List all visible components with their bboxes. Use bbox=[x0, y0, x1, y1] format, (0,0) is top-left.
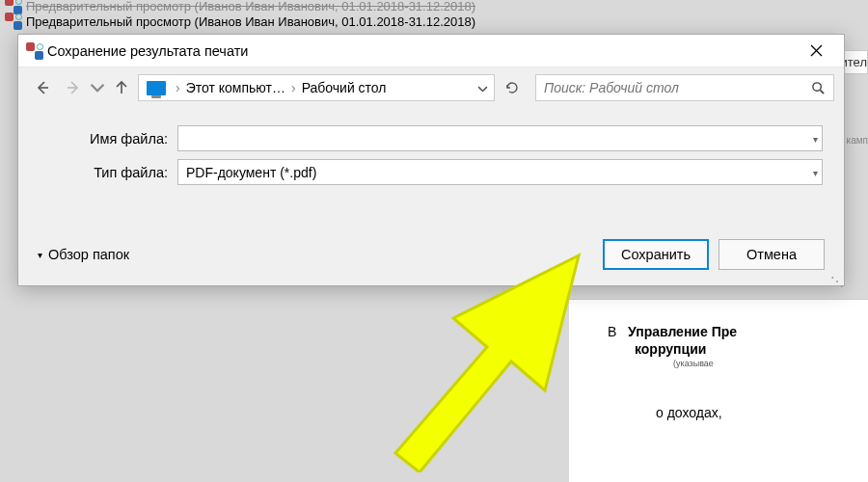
close-button[interactable] bbox=[796, 35, 836, 67]
doc-line-3: о доходах, bbox=[608, 405, 868, 420]
filename-label: Имя файла: bbox=[40, 131, 177, 147]
doc-prefix: В bbox=[608, 324, 616, 339]
app-icon bbox=[5, 13, 22, 30]
arrow-up-icon bbox=[114, 80, 129, 95]
browse-folders-toggle[interactable]: ▾ Обзор папок bbox=[38, 247, 129, 262]
preview-gray-bg bbox=[0, 299, 569, 482]
filename-input[interactable]: ▾ bbox=[177, 125, 823, 151]
svg-point-5 bbox=[813, 82, 821, 90]
cancel-button[interactable]: Отмена bbox=[719, 239, 825, 270]
refresh-icon bbox=[504, 80, 520, 95]
search-box[interactable] bbox=[535, 74, 834, 101]
chevron-down-icon bbox=[90, 80, 105, 95]
breadcrumb-bar[interactable]: › Этот компьют… › Рабочий стол bbox=[138, 74, 495, 101]
filetype-label: Тип файла: bbox=[40, 165, 177, 180]
doc-small-note: (указывае bbox=[608, 359, 868, 368]
dialog-footer: ▾ Обзор папок Сохранить Отмена bbox=[18, 229, 844, 285]
app-icon bbox=[26, 42, 43, 60]
back-button[interactable] bbox=[28, 73, 57, 102]
dialog-title: Сохранение результата печати bbox=[47, 43, 248, 59]
refresh-button[interactable] bbox=[497, 74, 528, 101]
filetype-value: PDF-документ (*.pdf) bbox=[186, 165, 316, 180]
save-button[interactable]: Сохранить bbox=[603, 239, 709, 270]
filetype-select[interactable]: PDF-документ (*.pdf) ▾ bbox=[177, 159, 823, 185]
breadcrumb-location[interactable]: Рабочий стол bbox=[302, 80, 387, 95]
arrow-left-icon bbox=[35, 80, 50, 95]
pc-icon bbox=[147, 81, 166, 95]
arrow-right-icon bbox=[66, 80, 81, 95]
chevron-down-icon[interactable]: ▾ bbox=[813, 167, 818, 177]
forward-button[interactable] bbox=[59, 73, 88, 102]
recent-dropdown[interactable] bbox=[90, 73, 105, 102]
save-dialog: Сохранение результата печати › Этот комп… bbox=[17, 34, 845, 286]
chevron-right-icon: › bbox=[174, 80, 182, 95]
search-input[interactable] bbox=[544, 80, 811, 95]
breadcrumb-root[interactable]: Этот компьют… bbox=[186, 80, 285, 95]
document-preview: В Управление Пре коррупции (указывае о д… bbox=[569, 299, 868, 482]
chevron-right-icon: › bbox=[289, 80, 298, 95]
doc-heading-2: коррупции bbox=[608, 341, 868, 357]
nav-row: › Этот компьют… › Рабочий стол bbox=[18, 67, 844, 108]
search-icon bbox=[811, 81, 826, 95]
chevron-down-icon[interactable]: ▾ bbox=[813, 133, 818, 144]
bg-title-back-text: Предварительный просмотр (Иванов Иван Ив… bbox=[26, 0, 475, 13]
browse-folders-label: Обзор папок bbox=[48, 247, 129, 262]
bg-title-front-text: Предварительный просмотр (Иванов Иван Ив… bbox=[26, 14, 475, 29]
close-icon bbox=[810, 44, 823, 57]
up-button[interactable] bbox=[107, 73, 136, 102]
chevron-down-icon: ▾ bbox=[38, 250, 42, 260]
bg-window-title-back: Предварительный просмотр (Иванов Иван Ив… bbox=[5, 0, 475, 13]
chevron-down-icon[interactable] bbox=[477, 80, 488, 95]
svg-line-6 bbox=[820, 90, 824, 94]
doc-heading-1: Управление Пре bbox=[628, 324, 737, 339]
bg-window-title-front: Предварительный просмотр (Иванов Иван Ив… bbox=[5, 13, 475, 29]
dialog-titlebar[interactable]: Сохранение результата печати bbox=[18, 35, 844, 67]
dialog-fields: Имя файла: ▾ Тип файла: PDF-документ (*.… bbox=[18, 108, 844, 185]
resize-grip[interactable] bbox=[830, 272, 842, 283]
